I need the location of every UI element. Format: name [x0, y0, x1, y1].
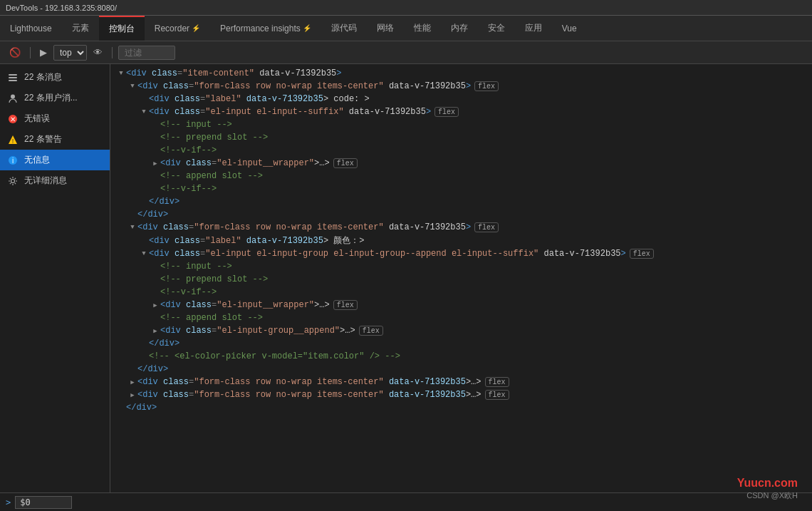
tab-application[interactable]: 应用	[515, 16, 552, 41]
html-content[interactable]: <div class="item-content" data-v-71392b3…	[110, 64, 812, 492]
svg-rect-2	[9, 80, 17, 81]
code-text: <!-- append slot -->	[160, 171, 263, 181]
expand-arrow[interactable]	[139, 250, 149, 257]
sidebar-item-info[interactable]: i 无信息	[0, 150, 110, 170]
sidebar-item-errors[interactable]: ✕ 无错误	[0, 108, 110, 129]
expand-arrow[interactable]	[150, 327, 160, 335]
tab-lighthouse[interactable]: Lighthouse	[0, 16, 62, 41]
sidebar-item-messages[interactable]: 22 条消息	[0, 67, 110, 88]
flex-badge[interactable]: flex	[474, 222, 499, 232]
tab-sources[interactable]: 源代码	[321, 16, 367, 41]
code-text: <div class="el-input__wrapper">…>	[160, 300, 330, 310]
eye-button[interactable]: 👁	[90, 45, 106, 60]
expand-arrow[interactable]	[127, 224, 137, 231]
performance-insights-icon: ⚡	[303, 24, 311, 32]
clear-console-button[interactable]: 🚫	[6, 45, 24, 60]
code-text: </div>	[149, 197, 179, 207]
html-line: </div>	[110, 401, 812, 414]
svg-point-10	[11, 179, 15, 182]
flex-badge[interactable]: flex	[485, 390, 509, 400]
html-line: <div class="el-input-group__append">…>fl…	[110, 324, 812, 337]
svg-text:!: !	[12, 138, 14, 145]
html-line: </div>	[110, 363, 812, 376]
expand-arrow[interactable]	[127, 391, 137, 399]
flex-badge[interactable]: flex	[333, 300, 358, 310]
html-line: <div class="label" data-v-71392b35> code…	[110, 93, 812, 105]
html-line: <div class="el-input__wrapper">…>flex	[110, 157, 812, 170]
html-line: <div class="form-class row no-wrap items…	[110, 388, 812, 401]
sidebar-item-warnings[interactable]: ! 22 条警告	[0, 129, 110, 150]
expand-arrow[interactable]	[150, 160, 160, 167]
code-text: <div class="item-content" data-v-71392b3…	[126, 68, 341, 78]
sidebar-item-user-messages-label: 22 条用户消...	[24, 92, 78, 104]
tab-console[interactable]: 控制台	[99, 16, 145, 41]
tab-recorder[interactable]: Recorder ⚡	[145, 16, 210, 41]
code-text: <div class="el-input-group__append">…>	[160, 326, 355, 336]
code-text: <!-- prepend slot -->	[160, 133, 268, 143]
info-icon: i	[7, 155, 19, 166]
user-icon	[7, 93, 19, 104]
expand-arrow[interactable]	[150, 301, 160, 309]
html-line: <!-- <el-color-picker v-model="item.colo…	[110, 350, 812, 363]
html-line: <div class="item-content" data-v-71392b3…	[110, 67, 812, 80]
tab-elements[interactable]: 元素	[62, 16, 99, 41]
tab-performance-insights[interactable]: Performance insights ⚡	[210, 16, 321, 41]
code-text: <!--v-if-->	[160, 145, 217, 155]
code-text: <div class="el-input el-input-group el-i…	[149, 249, 626, 259]
sidebar-item-user-messages[interactable]: 22 条用户消...	[0, 88, 110, 108]
title-bar: DevTools - 192.168.3.235:8080/	[0, 0, 812, 16]
flex-badge[interactable]: flex	[434, 107, 459, 117]
code-text: </div>	[126, 403, 157, 413]
html-line: <!-- input -->	[110, 118, 812, 131]
code-text: <!-- input -->	[160, 262, 232, 272]
code-text: <div class="form-class row no-wrap items…	[137, 390, 482, 400]
execute-button[interactable]: ▶	[36, 45, 51, 60]
html-line: <!-- input -->	[110, 260, 812, 273]
html-line: <div class="el-input el-input-group el-i…	[110, 247, 812, 260]
console-prompt: >	[6, 497, 11, 507]
code-text: </div>	[149, 339, 179, 349]
code-text: <div class="form-class row no-wrap items…	[137, 222, 471, 232]
html-line: <!-- prepend slot -->	[110, 131, 812, 144]
tab-performance[interactable]: 性能	[404, 16, 441, 41]
console-input[interactable]: $0	[15, 496, 72, 509]
sidebar-item-info-label: 无信息	[24, 154, 50, 166]
console-bar: > $0	[0, 492, 812, 511]
expand-arrow[interactable]	[127, 83, 137, 90]
flex-badge[interactable]: flex	[359, 326, 383, 336]
expand-arrow[interactable]	[127, 378, 137, 386]
toolbar: 🚫 ▶ top 👁	[0, 41, 812, 64]
expand-arrow[interactable]	[116, 70, 126, 77]
expand-arrow[interactable]	[139, 108, 149, 115]
svg-rect-1	[9, 77, 17, 78]
html-line: <div class="el-input__wrapper">…>flex	[110, 299, 812, 311]
code-text: <div class="label" data-v-71392b35> code…	[149, 94, 370, 104]
html-line: <!--v-if-->	[110, 286, 812, 299]
svg-point-3	[11, 94, 15, 98]
list-icon	[7, 72, 19, 83]
code-text: <!-- prepend slot -->	[160, 274, 268, 284]
html-line: <div class="el-input el-input--suffix" d…	[110, 105, 812, 118]
flex-badge[interactable]: flex	[474, 81, 499, 91]
sidebar-item-verbose-label: 无详细消息	[24, 175, 67, 187]
title-text: DevTools - 192.168.3.235:8080/	[6, 4, 117, 12]
tab-vue[interactable]: Vue	[552, 16, 587, 41]
separator-1	[30, 47, 31, 58]
svg-text:✕: ✕	[10, 115, 16, 123]
tab-memory[interactable]: 内存	[441, 16, 478, 41]
code-text: <div class="form-class row no-wrap items…	[137, 81, 471, 91]
svg-text:i: i	[12, 157, 14, 165]
tab-security[interactable]: 安全	[478, 16, 515, 41]
flex-badge[interactable]: flex	[485, 377, 509, 387]
gear-icon	[7, 175, 19, 187]
sidebar-item-messages-label: 22 条消息	[24, 71, 62, 83]
filter-input[interactable]	[118, 46, 175, 60]
html-line: </div>	[110, 208, 812, 221]
error-icon: ✕	[7, 113, 19, 125]
tab-network[interactable]: 网络	[367, 16, 404, 41]
context-select[interactable]: top	[53, 45, 87, 61]
code-text: <!--v-if-->	[160, 287, 217, 297]
flex-badge[interactable]: flex	[333, 158, 358, 168]
sidebar-item-verbose[interactable]: 无详细消息	[0, 170, 110, 191]
flex-badge[interactable]: flex	[630, 249, 654, 259]
